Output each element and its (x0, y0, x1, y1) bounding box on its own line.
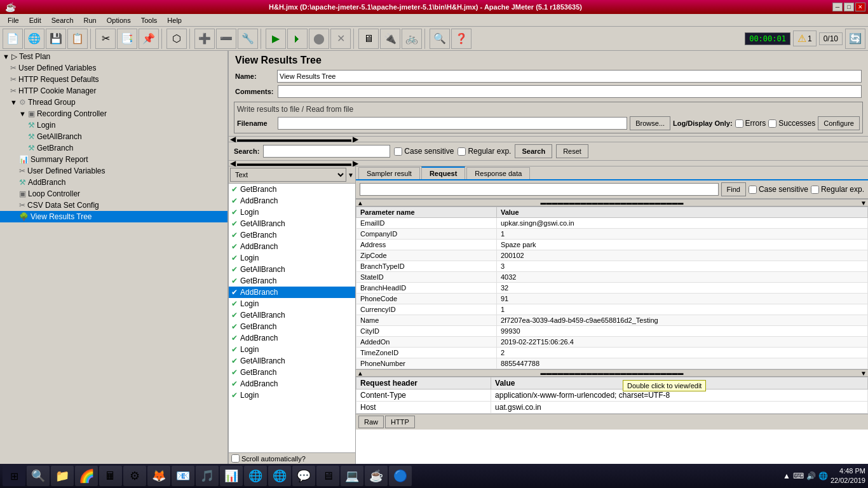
taskbar-search[interactable]: 🔍 (27, 466, 50, 486)
tree-item-thread-group[interactable]: ▼ ⚙ Thread Group (0, 97, 227, 108)
result-item[interactable]: ✔ AddBranch (229, 332, 355, 344)
scroll-up-arrow[interactable]: ▲ (357, 370, 363, 377)
scroll-down-arrow[interactable]: ▼ (860, 200, 867, 207)
start-no-pause-button[interactable]: ⏵ (287, 29, 308, 49)
taskbar-monitor[interactable]: 🖥 (316, 466, 339, 486)
taskbar-music[interactable]: 🎵 (196, 466, 219, 486)
http-button[interactable]: HTTP (385, 416, 415, 428)
menu-edit[interactable]: Edit (24, 15, 46, 25)
taskbar-chevron-icon[interactable]: ▲ (783, 471, 790, 480)
menu-run[interactable]: Run (79, 15, 102, 25)
tree-item-view-results-tree[interactable]: 🌳 View Results Tree (0, 211, 227, 222)
result-item[interactable]: ✔ GetBranch (229, 229, 355, 241)
clear-button[interactable]: 🔧 (238, 29, 258, 49)
reset-button[interactable]: Reset (556, 144, 588, 158)
tree-item-http-cookie[interactable]: ✂ HTTP Cookie Manager (0, 85, 227, 97)
shutdown-button[interactable]: ✕ (330, 29, 351, 49)
open-button[interactable]: 🌐 (24, 29, 44, 49)
function-helper-button[interactable]: 🔍 (430, 29, 450, 49)
save-button[interactable]: 💾 (46, 29, 66, 49)
tree-item-login1[interactable]: ⚒ Login (0, 119, 227, 131)
taskbar-excel[interactable]: 📊 (220, 466, 243, 486)
result-item[interactable]: ✔ GetAllBranch (229, 355, 355, 367)
result-item[interactable]: ✔ GetBranch (229, 184, 355, 195)
taskbar-chrome[interactable]: 🌈 (75, 466, 98, 486)
taskbar-file-explorer[interactable]: 📁 (51, 466, 74, 486)
maximize-button[interactable]: □ (844, 3, 854, 11)
remote-stop-button[interactable]: 🔌 (380, 29, 400, 49)
remote-start-button[interactable]: 🖥 (358, 29, 379, 49)
result-item[interactable]: ✔ GetBranch (229, 321, 355, 332)
tree-item-user-defined-vars[interactable]: ✂ User Defined Variables (0, 62, 227, 74)
menu-options[interactable]: Options (102, 15, 136, 25)
result-item[interactable]: ✔ GetBranch (229, 367, 355, 378)
tree-item-test-plan[interactable]: ▼ ▷ Test Plan (0, 51, 227, 62)
taskbar-ide[interactable]: 💻 (341, 466, 363, 486)
filename-input[interactable] (278, 117, 627, 130)
raw-button[interactable]: Raw (358, 416, 384, 428)
taskbar-outlook[interactable]: 📧 (172, 466, 194, 486)
taskbar-clock[interactable]: 4:48 PM 22/02/2019 (831, 466, 865, 486)
taskbar-unknown1[interactable]: ⚙ (123, 466, 146, 486)
expand-button[interactable]: ⬡ (166, 29, 187, 49)
tree-item-summary-report[interactable]: 📊 Summary Report (0, 154, 227, 165)
taskbar-lang-icon[interactable]: ⌨ (793, 471, 804, 480)
tree-item-http-defaults[interactable]: ✂ HTTP Request Defaults (0, 74, 227, 85)
find-regular-exp-checkbox[interactable] (811, 186, 819, 194)
menu-tools[interactable]: Tools (136, 15, 163, 25)
taskbar-chrome2[interactable]: 🌐 (268, 466, 291, 486)
cut-button[interactable]: ✂ (95, 29, 116, 49)
tree-item-addbranch[interactable]: ⚒ AddBranch (0, 177, 227, 188)
new-button[interactable]: 📄 (3, 29, 23, 49)
name-input[interactable] (277, 70, 862, 83)
taskbar-network-icon[interactable]: 🌐 (818, 471, 828, 480)
tab-request[interactable]: Request (421, 166, 465, 179)
taskbar-skype[interactable]: 💬 (292, 466, 315, 486)
scroll-auto-checkbox[interactable] (231, 454, 240, 463)
result-item[interactable]: ✔ Login (229, 252, 355, 264)
comments-input[interactable] (278, 85, 862, 98)
results-scroll[interactable]: ✔ GetBranch ✔ AddBranch ✔ Login ✔ GetAll… (229, 184, 355, 452)
result-item[interactable]: ✔ GetAllBranch (229, 309, 355, 321)
taskbar-volume-icon[interactable]: 🔊 (806, 471, 816, 480)
result-item[interactable]: ✔ GetBranch (229, 275, 355, 287)
help-button[interactable]: ❓ (451, 29, 471, 49)
result-item[interactable]: ✔ AddBranch (229, 241, 355, 252)
search-button[interactable]: Search (515, 144, 552, 158)
remote-clear-button[interactable]: 🔄 (845, 29, 865, 49)
result-item[interactable]: ✔ AddBranch (229, 195, 355, 207)
save-as-button[interactable]: 📋 (67, 29, 88, 49)
case-sensitive-checkbox[interactable] (394, 147, 402, 156)
tab-sampler-result[interactable]: Sampler result (358, 167, 420, 179)
find-button[interactable]: Find (721, 182, 746, 196)
remote-exit-button[interactable]: 🚲 (402, 29, 422, 49)
paste-button[interactable]: 📌 (139, 29, 159, 49)
successes-checkbox[interactable] (768, 119, 776, 128)
errors-checkbox[interactable] (735, 119, 743, 128)
search-input[interactable] (263, 145, 390, 158)
result-item-selected[interactable]: ✔ AddBranch (229, 287, 355, 298)
tree-item-getbranch1[interactable]: ⚒ GetBranch (0, 142, 227, 154)
menu-search[interactable]: Search (46, 15, 79, 25)
tree-item-getallbranch1[interactable]: ⚒ GetAllBranch (0, 131, 227, 142)
find-case-sensitive-checkbox[interactable] (749, 186, 757, 194)
tree-item-csv-data[interactable]: ✂ CSV Data Set Config (0, 200, 227, 211)
tab-response-data[interactable]: Response data (466, 167, 530, 179)
stop-button[interactable]: ⬤ (309, 29, 329, 49)
taskbar-calculator[interactable]: 🖩 (99, 466, 122, 486)
result-item[interactable]: ✔ Login (229, 207, 355, 218)
request-area[interactable]: ▲ ▬▬▬▬▬▬▬▬▬▬▬▬▬▬▬▬▬▬▬▬▬▬▬▬▬ ▼ Parameter … (356, 199, 868, 464)
minimize-button[interactable]: ─ (832, 3, 843, 11)
menu-help[interactable]: Help (162, 15, 187, 25)
scroll-up-arrow[interactable]: ▲ (357, 200, 363, 207)
result-item[interactable]: ✔ GetAllBranch (229, 218, 355, 229)
copy-button[interactable]: 📑 (117, 29, 137, 49)
menu-file[interactable]: File (3, 15, 24, 25)
result-item[interactable]: ✔ GetAllBranch (229, 264, 355, 275)
browse-button[interactable]: Browse... (630, 116, 670, 130)
tree-item-user-defined-vars2[interactable]: ✂ User Defined Variables (0, 165, 227, 177)
result-item[interactable]: ✔ Login (229, 298, 355, 309)
find-input[interactable] (360, 183, 719, 196)
scroll-down-arrow[interactable]: ▼ (860, 370, 867, 377)
result-item[interactable]: ✔ Login (229, 390, 355, 401)
